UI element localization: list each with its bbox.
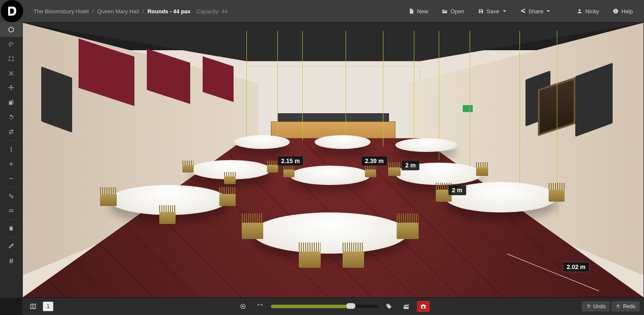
- open-button[interactable]: Open: [435, 0, 471, 22]
- round-table[interactable]: [290, 166, 371, 185]
- distance-label: 2.39 m: [361, 156, 388, 166]
- chevron-down-icon: [547, 10, 550, 12]
- guide-line: [470, 31, 470, 176]
- redo-button[interactable]: Redo: [611, 301, 640, 312]
- file-icon: [408, 8, 414, 14]
- guide-line: [302, 31, 303, 141]
- chevron-down-icon: [503, 10, 506, 12]
- tag-button[interactable]: [383, 301, 395, 312]
- guide-line: [346, 31, 346, 146]
- guide-line: [519, 31, 520, 201]
- toolbar-divider: [4, 140, 18, 141]
- breadcrumb: The Bloomsbury Hotel / Queen Mary Hall /…: [33, 8, 191, 15]
- distance-label: 2.02 m: [563, 262, 589, 272]
- undo-icon: [586, 304, 591, 309]
- tool-copy[interactable]: [0, 95, 22, 110]
- tool-orbit[interactable]: [0, 37, 22, 51]
- breadcrumb-sep: /: [92, 8, 94, 15]
- acoustic-panel: [41, 67, 72, 133]
- tool-frame[interactable]: [0, 51, 22, 66]
- tool-move[interactable]: [0, 81, 22, 95]
- expand-icon: [257, 303, 264, 310]
- tool-view-3d[interactable]: [0, 22, 22, 37]
- tool-add[interactable]: [0, 157, 22, 171]
- tool-height[interactable]: [0, 142, 22, 157]
- tool-undo-rotate[interactable]: [0, 110, 22, 124]
- bottom-toolbar: 1 Undo Redo: [22, 298, 644, 315]
- tool-delete[interactable]: [0, 221, 22, 236]
- toolbar-divider: [4, 187, 18, 188]
- tool-number[interactable]: [0, 253, 22, 268]
- guide-line: [277, 31, 278, 141]
- guide-line: [383, 31, 383, 146]
- page-number[interactable]: 1: [43, 302, 53, 311]
- svg-point-0: [11, 44, 12, 45]
- help-button[interactable]: Help: [606, 0, 640, 22]
- camera-button[interactable]: [417, 301, 430, 312]
- save-icon: [478, 8, 484, 14]
- round-table[interactable]: [315, 135, 371, 149]
- clapper-button[interactable]: [400, 301, 413, 312]
- camera-icon: [420, 303, 427, 310]
- round-table[interactable]: [109, 185, 228, 215]
- redo-icon: [616, 304, 621, 309]
- round-table[interactable]: [190, 160, 271, 179]
- round-table[interactable]: [395, 138, 458, 152]
- distance-label: 2 m: [448, 185, 466, 195]
- guide-line: [414, 31, 414, 143]
- user-icon: [577, 8, 583, 14]
- undo-button[interactable]: Undo: [582, 301, 610, 312]
- capacity-indicator: Capacity: 44: [197, 8, 228, 15]
- svg-point-3: [387, 305, 388, 306]
- share-button[interactable]: Share: [513, 0, 557, 22]
- fit-button[interactable]: [254, 301, 267, 312]
- map-icon: [30, 303, 36, 310]
- app-logo[interactable]: [1, 0, 23, 22]
- clapperboard-icon: [403, 303, 410, 310]
- tool-measure[interactable]: [0, 239, 22, 253]
- new-button[interactable]: New: [401, 0, 435, 22]
- breadcrumb-sep: /: [143, 8, 144, 15]
- toolbar-divider: [4, 219, 18, 220]
- breadcrumb-room[interactable]: Queen Mary Hall: [97, 8, 139, 15]
- tool-swap[interactable]: [0, 124, 22, 139]
- save-button[interactable]: Save: [471, 0, 513, 22]
- user-menu[interactable]: Nicky: [570, 0, 606, 22]
- toolbar-divider: [4, 237, 18, 237]
- target-icon: [240, 303, 246, 310]
- exit-sign-icon: [463, 105, 473, 112]
- map-toggle-button[interactable]: [27, 301, 39, 312]
- round-table[interactable]: [234, 135, 290, 149]
- folder-open-icon: [442, 8, 448, 14]
- left-toolbar: [0, 22, 22, 298]
- share-icon: [520, 8, 526, 14]
- tool-remove[interactable]: [0, 171, 22, 186]
- slider-thumb[interactable]: [346, 303, 355, 309]
- viewport-3d[interactable]: 2.15 m 2.39 m 2 m 2 m 2.02 m: [22, 22, 644, 298]
- breadcrumb-layout[interactable]: Rounds - 44 pax: [147, 8, 190, 15]
- tool-close[interactable]: [0, 66, 22, 81]
- zoom-slider[interactable]: [271, 305, 378, 308]
- tool-layers[interactable]: [0, 203, 22, 218]
- slider-fill: [271, 305, 348, 308]
- svg-point-2: [242, 306, 244, 307]
- distance-label: 2.15 m: [277, 156, 304, 166]
- round-table[interactable]: [252, 212, 408, 254]
- distance-label: 2 m: [401, 160, 419, 170]
- guide-line: [246, 31, 247, 141]
- info-icon: [613, 8, 619, 14]
- tag-icon: [386, 303, 392, 310]
- tool-align[interactable]: [0, 189, 22, 203]
- target-button[interactable]: [237, 301, 249, 312]
- breadcrumb-hotel[interactable]: The Bloomsbury Hotel: [33, 8, 89, 15]
